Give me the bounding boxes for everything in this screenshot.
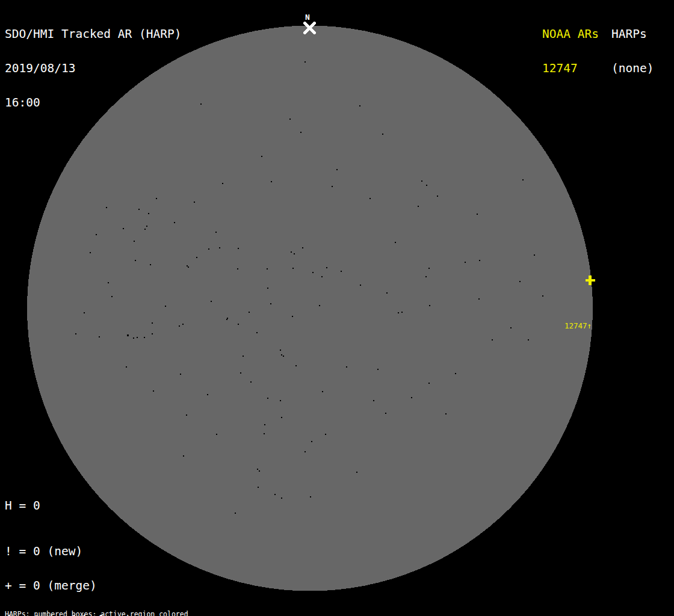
caption-harps: HARPs: numbered boxes; active region col…: [5, 611, 247, 616]
speckle: [99, 336, 100, 337]
header-block: SDO/HMI Tracked AR (HARP) 2019/08/13 16:…: [5, 5, 182, 131]
speckle: [426, 185, 427, 186]
speckle: [146, 226, 147, 227]
speckle: [267, 268, 268, 270]
speckle: [382, 134, 383, 135]
speckle: [310, 496, 311, 497]
speckle: [144, 337, 145, 338]
speckle: [249, 312, 250, 313]
speckle: [274, 494, 276, 495]
speckle: [259, 470, 260, 472]
speckle: [300, 132, 301, 133]
sdo-hmi-harp-view: SDO/HMI Tracked AR (HARP) 2019/08/13 16:…: [0, 0, 674, 616]
speckle: [477, 214, 478, 215]
speckle: [312, 272, 314, 273]
noaa-ars-column: NOAA ARs 12747: [542, 5, 599, 97]
speckle: [90, 252, 91, 253]
speckle: [207, 394, 208, 395]
speckle: [258, 487, 259, 488]
speckle: [421, 180, 422, 182]
speckle: [398, 312, 399, 313]
speckle: [180, 374, 181, 375]
speckle: [437, 196, 438, 197]
speckle: [478, 298, 480, 300]
speckle: [401, 312, 403, 313]
speckle: [237, 268, 238, 270]
noaa-ars-heading: NOAA ARs: [542, 28, 599, 40]
speckle: [321, 276, 323, 277]
speckle: [238, 248, 239, 249]
speckle: [150, 264, 151, 265]
speckle: [240, 372, 241, 374]
north-pole-label: N: [305, 13, 310, 22]
speckle: [137, 337, 138, 338]
speckle: [96, 234, 97, 235]
speckle: [187, 265, 188, 266]
speckle: [319, 305, 320, 306]
speckle: [292, 268, 294, 269]
speckle: [174, 222, 175, 223]
speckle: [281, 354, 282, 356]
speckle: [492, 339, 493, 340]
speckle: [294, 253, 295, 254]
speckle: [264, 433, 265, 434]
speckle: [183, 455, 184, 457]
speckle: [211, 301, 212, 302]
speckle: [360, 285, 361, 286]
speckle: [186, 414, 187, 416]
speckle: [256, 332, 258, 333]
speckle: [510, 327, 512, 328]
speckle: [534, 254, 535, 256]
speckle: [106, 207, 107, 208]
legend-item-merge: + = 0 (merge): [5, 580, 139, 591]
speckle: [346, 366, 347, 368]
noaa-ar-number-label: 12747↑: [564, 321, 592, 330]
speckle: [133, 337, 134, 339]
speckle: [261, 156, 262, 157]
speckle: [445, 413, 447, 414]
speckle: [250, 381, 252, 383]
speckle: [425, 276, 427, 277]
speckle: [153, 390, 154, 392]
speckle: [428, 268, 430, 269]
speckle: [385, 413, 386, 414]
speckle: [341, 271, 342, 272]
speckle: [215, 232, 217, 233]
noaa-ars-value: 12747: [542, 63, 599, 74]
speckle: [216, 434, 217, 435]
harps-value: (none): [611, 63, 654, 74]
speckle: [336, 169, 338, 170]
speckle: [322, 391, 323, 392]
speckle: [243, 356, 244, 357]
harps-heading: HARPs: [611, 28, 654, 40]
legend-item-new: ! = 0 (new): [5, 546, 139, 557]
speckle: [418, 206, 419, 207]
speckle: [179, 325, 180, 327]
speckle: [373, 400, 374, 401]
speckle: [428, 383, 430, 384]
speckle: [182, 324, 184, 325]
speckle: [479, 260, 480, 261]
speckle: [138, 209, 140, 210]
observation-date: 2019/08/13: [5, 63, 182, 74]
speckle: [280, 400, 281, 401]
speckle: [369, 198, 371, 199]
speckle: [219, 247, 220, 248]
speckle: [108, 282, 109, 283]
speckle: [270, 303, 271, 304]
speckle: [289, 119, 291, 120]
speckle: [123, 228, 124, 229]
speckle: [302, 247, 303, 248]
speckle: [235, 513, 236, 514]
speckle: [332, 186, 333, 187]
speckle: [200, 103, 202, 105]
speckle: [542, 295, 543, 297]
speckle: [292, 316, 293, 317]
speckle: [226, 319, 227, 320]
harp-count-line: H = 0: [5, 500, 40, 511]
speckle: [305, 61, 306, 63]
speckle: [291, 251, 292, 253]
speckle: [311, 441, 312, 442]
speckle: [267, 288, 268, 289]
speckle: [326, 267, 327, 268]
